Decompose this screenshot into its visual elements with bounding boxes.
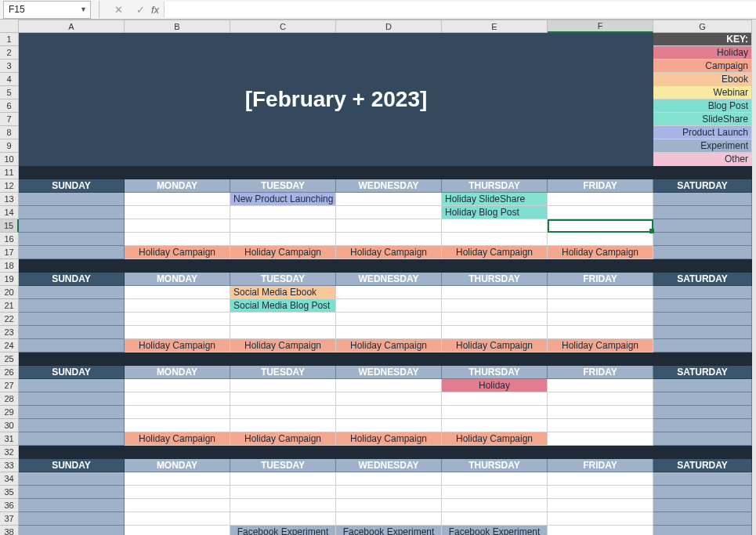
col-header-G[interactable]: G	[653, 20, 752, 33]
cell-F20[interactable]	[548, 286, 653, 299]
row-header-30[interactable]: 30	[0, 419, 19, 432]
cell-G37[interactable]	[653, 512, 752, 526]
event-ebook[interactable]: Social Media Ebook	[230, 286, 336, 299]
event-campaign-D24[interactable]: Holiday Campaign	[336, 339, 442, 352]
cell-G20[interactable]	[653, 286, 752, 299]
cell-D13[interactable]	[336, 193, 442, 206]
cell-A15[interactable]	[19, 219, 125, 233]
cell-C36[interactable]	[230, 499, 336, 512]
cell-G27[interactable]	[653, 379, 752, 392]
cell-D30[interactable]	[336, 419, 442, 432]
day-wednesday-3[interactable]: WEDNESDAY	[336, 366, 442, 379]
cell-D28[interactable]	[336, 392, 442, 406]
cell-G23[interactable]	[653, 326, 752, 339]
cell-G13[interactable]	[653, 193, 752, 206]
cell-C15[interactable]	[230, 219, 336, 233]
key-holiday[interactable]: Holiday	[653, 46, 752, 60]
event-experiment-D38[interactable]: Facebook Experiment	[336, 526, 442, 535]
cell-F36[interactable]	[548, 499, 653, 512]
key-experiment[interactable]: Experiment	[653, 139, 752, 153]
cell-G34[interactable]	[653, 472, 752, 486]
day-saturday-2[interactable]: SATURDAY	[653, 273, 752, 286]
cell-A31[interactable]	[19, 432, 125, 446]
cell-F31[interactable]	[548, 432, 653, 446]
row-header-10[interactable]: 10	[0, 153, 19, 166]
cell-D20[interactable]	[336, 286, 442, 299]
row-header-23[interactable]: 23	[0, 326, 19, 339]
dropdown-icon[interactable]: ▼	[80, 5, 87, 13]
cell-F29[interactable]	[548, 406, 653, 419]
cell-E30[interactable]	[442, 419, 548, 432]
cell-B27[interactable]	[125, 379, 230, 392]
event-campaign-C24[interactable]: Holiday Campaign	[230, 339, 336, 352]
cell-C16[interactable]	[230, 233, 336, 246]
cell-E34[interactable]	[442, 472, 548, 486]
row-header-25[interactable]: 25	[0, 352, 19, 366]
row-header-6[interactable]: 6	[0, 99, 19, 113]
row-header-15[interactable]: 15	[0, 219, 19, 233]
cell-F13[interactable]	[548, 193, 653, 206]
event-campaign-F17[interactable]: Holiday Campaign	[548, 246, 653, 259]
row-header-19[interactable]: 19	[0, 273, 19, 286]
cell-A23[interactable]	[19, 326, 125, 339]
day-monday-4[interactable]: MONDAY	[125, 459, 230, 472]
row-header-33[interactable]: 33	[0, 459, 19, 472]
name-box[interactable]: F15 ▼	[3, 1, 91, 19]
cell-G16[interactable]	[653, 233, 752, 246]
cell-F14[interactable]	[548, 206, 653, 219]
fx-label[interactable]: fx	[151, 4, 159, 16]
row-header-16[interactable]: 16	[0, 233, 19, 246]
cell-B20[interactable]	[125, 286, 230, 299]
event-campaign-B31[interactable]: Holiday Campaign	[125, 432, 230, 446]
cell-G38[interactable]	[653, 526, 752, 535]
row-header-14[interactable]: 14	[0, 206, 19, 219]
cell-B37[interactable]	[125, 512, 230, 526]
row-header-27[interactable]: 27	[0, 379, 19, 392]
row-header-11[interactable]: 11	[0, 166, 19, 179]
day-sunday-3[interactable]: SUNDAY	[19, 366, 125, 379]
cell-A16[interactable]	[19, 233, 125, 246]
row-header-31[interactable]: 31	[0, 432, 19, 446]
row-header-38[interactable]: 38	[0, 526, 19, 535]
cell-F35[interactable]	[548, 486, 653, 499]
title-cell[interactable]: [February + 2023]	[19, 33, 653, 166]
cell-F23[interactable]	[548, 326, 653, 339]
key-ebook[interactable]: Ebook	[653, 73, 752, 86]
cell-A36[interactable]	[19, 499, 125, 512]
event-campaign-D31[interactable]: Holiday Campaign	[336, 432, 442, 446]
day-wednesday[interactable]: WEDNESDAY	[336, 179, 442, 193]
key-blog[interactable]: Blog Post	[653, 99, 752, 113]
row-header-13[interactable]: 13	[0, 193, 19, 206]
cell-C37[interactable]	[230, 512, 336, 526]
cell-D16[interactable]	[336, 233, 442, 246]
cell-C28[interactable]	[230, 392, 336, 406]
cell-F28[interactable]	[548, 392, 653, 406]
cell-E28[interactable]	[442, 392, 548, 406]
cell-B30[interactable]	[125, 419, 230, 432]
spacer-row-25[interactable]	[19, 352, 752, 366]
cell-C23[interactable]	[230, 326, 336, 339]
cell-F21[interactable]	[548, 299, 653, 313]
cell-C27[interactable]	[230, 379, 336, 392]
cell-C30[interactable]	[230, 419, 336, 432]
col-header-C[interactable]: C	[230, 20, 336, 33]
row-header-29[interactable]: 29	[0, 406, 19, 419]
day-friday-4[interactable]: FRIDAY	[548, 459, 653, 472]
cell-B34[interactable]	[125, 472, 230, 486]
row-header-24[interactable]: 24	[0, 339, 19, 352]
cell-F16[interactable]	[548, 233, 653, 246]
cell-C35[interactable]	[230, 486, 336, 499]
cell-F15[interactable]	[548, 219, 653, 233]
cell-G15[interactable]	[653, 219, 752, 233]
day-monday-2[interactable]: MONDAY	[125, 273, 230, 286]
cell-G35[interactable]	[653, 486, 752, 499]
cell-A29[interactable]	[19, 406, 125, 419]
cell-A14[interactable]	[19, 206, 125, 219]
cell-E22[interactable]	[442, 313, 548, 326]
event-social-blog[interactable]: Social Media Blog Post	[230, 299, 336, 313]
day-wednesday-4[interactable]: WEDNESDAY	[336, 459, 442, 472]
day-tuesday-4[interactable]: TUESDAY	[230, 459, 336, 472]
cell-C29[interactable]	[230, 406, 336, 419]
confirm-icon[interactable]: ✓	[134, 4, 146, 16]
cell-B36[interactable]	[125, 499, 230, 512]
